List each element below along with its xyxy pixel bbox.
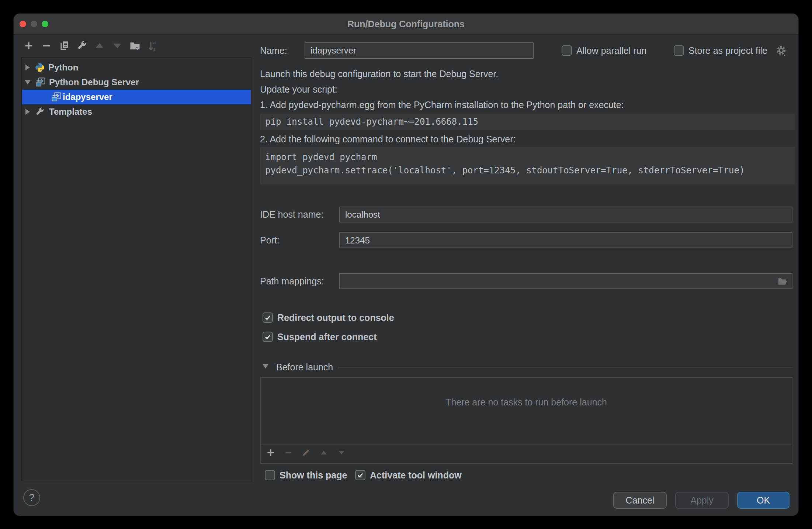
add-task-button[interactable] — [265, 447, 276, 458]
before-launch-collapse-toggle[interactable] — [263, 364, 268, 369]
tree-item-label: Python Debug Server — [49, 77, 139, 87]
tasks-toolbar — [265, 447, 347, 458]
gear-dropdown-icon — [775, 45, 788, 57]
tree-item-label: Python — [48, 62, 78, 73]
instruction-line-1: Launch this debug configuration to start… — [260, 68, 498, 80]
store-as-project-file-checkbox[interactable] — [674, 45, 684, 56]
zoom-button[interactable] — [42, 21, 48, 27]
wrench-icon — [77, 41, 87, 51]
configurations-tree: Python Python Debug Server — [21, 57, 251, 481]
arrow-up-icon — [94, 41, 105, 51]
ide-host-name-label: IDE host name: — [260, 208, 323, 220]
remove-task-button[interactable] — [283, 447, 294, 458]
path-mappings-label: Path mappings: — [260, 275, 324, 287]
copy-configuration-button[interactable] — [59, 40, 70, 51]
apply-button[interactable]: Apply — [675, 492, 729, 509]
store-as-project-file-label: Store as project file — [688, 45, 767, 56]
name-label: Name: — [260, 45, 287, 56]
configurations-toolbar: a z — [23, 40, 158, 51]
arrow-up-icon — [319, 448, 328, 457]
help-button[interactable]: ? — [23, 489, 40, 506]
pip-install-code: pip install pydevd-pycharm~=201.6668.115 — [260, 114, 795, 130]
edit-task-button[interactable] — [301, 447, 312, 458]
sort-alpha-icon: a z — [147, 40, 158, 51]
create-folder-button[interactable] — [129, 40, 140, 51]
allow-parallel-run-label: Allow parallel run — [576, 45, 646, 56]
pencil-icon — [301, 448, 311, 457]
minus-icon — [41, 41, 52, 51]
chevron-down-icon[interactable] — [25, 80, 31, 84]
tree-item-python[interactable]: Python — [22, 60, 251, 75]
path-mappings-field — [339, 273, 792, 289]
before-launch-title: Before launch — [276, 361, 333, 373]
instruction-step-1: 1. Add pydevd-pycharm.egg from the PyCha… — [260, 99, 624, 111]
chevron-right-icon[interactable] — [25, 65, 30, 70]
tree-item-label: Templates — [49, 107, 92, 117]
browse-path-mappings-button[interactable] — [777, 276, 788, 288]
tree-item-python-debug-server[interactable]: Python Debug Server — [22, 75, 251, 90]
instruction-step-2: 2. Add the following command to connect … — [260, 133, 516, 145]
plus-icon — [24, 41, 34, 51]
wrench-icon — [34, 106, 45, 117]
title-bar: Run/Debug Configurations — [14, 14, 798, 35]
ok-button[interactable]: OK — [737, 492, 790, 509]
add-configuration-button[interactable] — [23, 40, 34, 51]
port-label: Port: — [260, 234, 280, 246]
path-mappings-input[interactable] — [340, 276, 792, 286]
settrace-code-block: import pydevd_pycharm pydevd_pycharm.set… — [260, 147, 795, 184]
arrow-down-icon — [112, 41, 122, 51]
close-button[interactable] — [20, 21, 26, 27]
port-input[interactable] — [340, 235, 792, 246]
move-down-button[interactable] — [112, 40, 123, 51]
store-options-button[interactable] — [775, 45, 788, 57]
move-task-down-button[interactable] — [336, 447, 347, 458]
activate-tool-window-label: Activate tool window — [370, 469, 462, 481]
name-field — [305, 42, 534, 59]
edit-defaults-button[interactable] — [76, 40, 87, 51]
name-input[interactable] — [305, 45, 533, 56]
tree-item-idapyserver[interactable]: idapyserver — [22, 90, 251, 104]
svg-text:z: z — [153, 46, 155, 52]
minimize-button[interactable] — [31, 21, 37, 27]
copy-icon — [59, 41, 69, 51]
open-folder-icon — [777, 276, 788, 287]
check-icon — [357, 471, 364, 479]
check-icon — [264, 333, 271, 340]
activate-tool-window-checkbox[interactable] — [355, 470, 365, 480]
no-tasks-message: There are no tasks to run before launch — [261, 397, 792, 408]
move-up-button[interactable] — [94, 40, 105, 51]
python-logo-icon — [34, 62, 45, 73]
sort-configurations-button[interactable]: a z — [147, 40, 158, 51]
redirect-output-checkbox[interactable] — [263, 312, 273, 323]
before-launch-separator — [338, 367, 792, 367]
cancel-button[interactable]: Cancel — [613, 492, 667, 509]
suspend-after-connect-label: Suspend after connect — [277, 331, 377, 343]
help-label: ? — [29, 492, 34, 504]
plus-icon — [266, 448, 275, 457]
svg-text:a: a — [153, 40, 156, 45]
show-this-page-checkbox[interactable] — [265, 470, 275, 480]
show-this-page-label: Show this page — [280, 469, 347, 481]
arrow-down-icon — [337, 448, 346, 457]
allow-parallel-run-checkbox[interactable] — [562, 45, 572, 56]
window-title: Run/Debug Configurations — [14, 14, 798, 34]
chevron-right-icon[interactable] — [25, 109, 30, 115]
check-icon — [264, 314, 271, 321]
debug-server-icon — [35, 77, 46, 88]
before-launch-tasks-panel: There are no tasks to run before launch — [260, 377, 792, 464]
ide-host-name-field — [339, 207, 792, 222]
port-field — [339, 232, 792, 248]
code-line-settrace: pydevd_pycharm.settrace('localhost', por… — [265, 164, 795, 177]
ide-host-name-input[interactable] — [340, 210, 792, 220]
code-line-import: import pydevd_pycharm — [265, 151, 795, 164]
run-debug-configurations-dialog: Run/Debug Configurations — [14, 14, 798, 516]
move-task-up-button[interactable] — [318, 447, 329, 458]
tasks-toolbar-separator — [261, 445, 792, 445]
tree-item-templates[interactable]: Templates — [22, 104, 251, 119]
redirect-output-label: Redirect output to console — [277, 312, 394, 324]
suspend-after-connect-checkbox[interactable] — [263, 332, 273, 342]
tree-item-label: idapyserver — [63, 92, 112, 102]
remove-configuration-button[interactable] — [41, 40, 52, 51]
instruction-line-2: Update your script: — [260, 83, 337, 95]
minus-icon — [284, 448, 293, 457]
